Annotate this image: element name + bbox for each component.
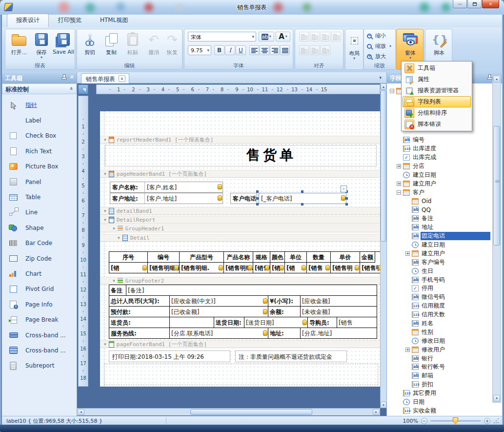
field-list-item[interactable]: 编号 bbox=[387, 136, 502, 144]
note-label-cell[interactable]: 备注 bbox=[109, 285, 126, 296]
layout-button[interactable]: 布局▾ bbox=[346, 32, 363, 64]
field-list-item[interactable]: 折扣 bbox=[387, 380, 502, 389]
scroll-up-icon[interactable]: ▴ bbox=[381, 83, 386, 90]
ruler-corner-box[interactable] bbox=[78, 84, 88, 94]
customer-address-field[interactable]: 客户地址: [客户.地址] bbox=[110, 193, 223, 204]
italic-button[interactable]: I bbox=[225, 45, 235, 55]
field-list-item[interactable]: 微信号码 bbox=[387, 293, 502, 302]
footer-note-label[interactable]: 注：非质量问题概不退还货款或定金 bbox=[235, 350, 347, 362]
table-header-cell[interactable]: 单位 bbox=[285, 252, 307, 263]
canvas-vertical-scrollbar[interactable]: ▴ ▾ bbox=[380, 83, 386, 408]
menu-item[interactable]: 脚本错误 bbox=[403, 119, 471, 130]
selection-handle[interactable] bbox=[256, 190, 259, 193]
toolbox-item[interactable]: Panel bbox=[2, 174, 77, 189]
align-centers-button[interactable] bbox=[310, 32, 320, 41]
size-same-height-button[interactable] bbox=[310, 45, 320, 55]
branch-addr-value-cell[interactable]: [分店.地址] bbox=[301, 328, 377, 339]
guide-label-cell[interactable]: 导购员: bbox=[308, 317, 337, 328]
field-list-item[interactable]: 邮箱 bbox=[387, 371, 502, 380]
zoom-in-button[interactable]: + bbox=[484, 418, 490, 424]
table-value-cell[interactable]: [销售明细. bbox=[180, 263, 224, 273]
field-list-item[interactable]: 建立日期 bbox=[387, 241, 502, 249]
field-list-item[interactable]: 分店 bbox=[387, 162, 502, 171]
band-detail-inner[interactable]: ▼Detail bbox=[100, 234, 380, 242]
summary-table[interactable]: 备注 [备注] 总计人民币(大写): [应收金额(中文)] ¥(小写): [应收… bbox=[109, 285, 377, 339]
toolbox-item[interactable]: Zip Code bbox=[2, 251, 77, 266]
table-header-cell[interactable]: 序号 bbox=[109, 252, 148, 263]
table-value-cell[interactable]: [销售明细 bbox=[253, 263, 270, 273]
menu-item[interactable]: 字段列表 bbox=[403, 96, 471, 107]
band-detail[interactable]: ▼detailBand1 bbox=[100, 207, 380, 215]
field-list-item[interactable]: 手机号码 bbox=[387, 275, 502, 284]
redo-button[interactable]: ↷恢复 bbox=[163, 31, 181, 63]
tree-expander-icon[interactable] bbox=[390, 89, 394, 93]
table-header-cell[interactable]: 产品型号 bbox=[180, 252, 224, 263]
field-list-item[interactable]: 客户 bbox=[387, 188, 502, 197]
close-button[interactable]: × bbox=[482, 0, 499, 8]
toolbox-item[interactable]: 指针 bbox=[2, 98, 77, 113]
ribbon-tab[interactable]: 报表设计 bbox=[7, 14, 49, 27]
field-list-item[interactable]: 生日 bbox=[387, 267, 502, 275]
field-list-item[interactable]: 地址 bbox=[387, 223, 502, 232]
toolbox-item[interactable]: Bar Code bbox=[2, 236, 77, 251]
align-middles-button[interactable] bbox=[321, 32, 330, 41]
field-list-item[interactable]: 建立用户 bbox=[387, 249, 502, 258]
toolbox-item[interactable]: Page Info bbox=[2, 297, 77, 312]
pin-icon[interactable] bbox=[487, 74, 491, 80]
field-list-item[interactable]: 信用天数 bbox=[387, 310, 502, 319]
toolbox-item[interactable]: Pivot Grid bbox=[2, 282, 77, 297]
toolbox-item[interactable]: Label bbox=[2, 113, 77, 128]
tree-expander-icon[interactable] bbox=[397, 190, 401, 195]
table-header-cell[interactable]: 规格 bbox=[253, 252, 270, 263]
zoom-slider[interactable] bbox=[430, 420, 481, 422]
toolbox-item[interactable]: Rich Text bbox=[2, 144, 77, 159]
align-right-button[interactable] bbox=[270, 45, 280, 55]
cny-label-cell[interactable]: ¥(小写): bbox=[268, 296, 301, 307]
align-justify-button[interactable] bbox=[280, 45, 290, 55]
field-list-item[interactable]: 性别 bbox=[387, 328, 502, 336]
hotline-label-cell[interactable]: 服务热线: bbox=[109, 328, 170, 339]
open-button[interactable]: 打开... bbox=[8, 31, 30, 63]
deliverer-label-cell[interactable]: 送货员: bbox=[109, 317, 170, 328]
table-value-cell[interactable]: [销售 bbox=[307, 263, 331, 273]
table-header-cell[interactable]: 编号 bbox=[148, 252, 180, 263]
table-header-cell[interactable]: 金额 bbox=[360, 252, 375, 263]
band-detail-report[interactable]: ▼DetailReport bbox=[100, 216, 380, 224]
selection-handle[interactable] bbox=[301, 190, 303, 193]
deliverer-value-cell[interactable] bbox=[170, 317, 214, 328]
scroll-right-icon[interactable]: ▸ bbox=[373, 409, 380, 415]
report-page[interactable]: ▼reportHeaderBand1 [一个报表集合] 售货单 ▼pageHea… bbox=[100, 111, 380, 387]
table-value-cell[interactable]: [销售明细.产品 bbox=[224, 263, 253, 273]
align-lefts-button[interactable] bbox=[299, 32, 309, 41]
script-button[interactable]: {}脚本 bbox=[428, 31, 450, 63]
guide-value-cell[interactable]: [销售 bbox=[337, 317, 377, 328]
selection-handle[interactable] bbox=[301, 203, 303, 206]
field-list-item[interactable]: 出库进度 bbox=[387, 144, 502, 153]
band-report-header[interactable]: ▼reportHeaderBand1 [一个报表集合] bbox=[100, 136, 380, 144]
scrollbar-thumb[interactable] bbox=[381, 90, 386, 242]
align-rights-button[interactable] bbox=[331, 32, 341, 41]
scrollbar-thumb[interactable] bbox=[493, 126, 500, 246]
menu-item[interactable]: 报表资源管理器 bbox=[403, 85, 471, 96]
customer-phone-field-selected[interactable]: [_客户电话] bbox=[259, 193, 346, 204]
highlight-color-button[interactable]: ab▾ bbox=[259, 32, 274, 41]
field-list-item[interactable]: 银行 bbox=[387, 354, 502, 363]
table-value-cell[interactable]: [销售明 bbox=[331, 263, 360, 273]
resize-grip[interactable] bbox=[493, 418, 499, 424]
bold-button[interactable]: B bbox=[214, 45, 224, 55]
smart-tag-button[interactable]: › bbox=[341, 185, 347, 192]
toolbox-item[interactable]: Line bbox=[2, 205, 77, 220]
table-header-cell[interactable]: 数量 bbox=[307, 252, 331, 263]
field-list-item[interactable]: Oid bbox=[387, 197, 502, 206]
font-name-combo[interactable]: 宋体 bbox=[188, 32, 256, 41]
close-icon[interactable]: × bbox=[70, 74, 74, 80]
field-list-item[interactable]: 修改用户 bbox=[387, 345, 502, 354]
cut-button[interactable]: 剪切 bbox=[80, 31, 100, 63]
tree-expander-icon[interactable] bbox=[405, 348, 410, 352]
table-header-cell[interactable]: 颜色 bbox=[270, 252, 285, 263]
toolbox-item[interactable]: Chart bbox=[2, 266, 77, 281]
balance-value-cell[interactable]: [未收金额] bbox=[301, 307, 377, 317]
tab-list-dropdown-icon[interactable]: ▾ bbox=[379, 75, 382, 80]
field-list-item[interactable]: 停用 bbox=[387, 284, 502, 293]
toolbox-item[interactable]: Subreport bbox=[2, 358, 77, 373]
